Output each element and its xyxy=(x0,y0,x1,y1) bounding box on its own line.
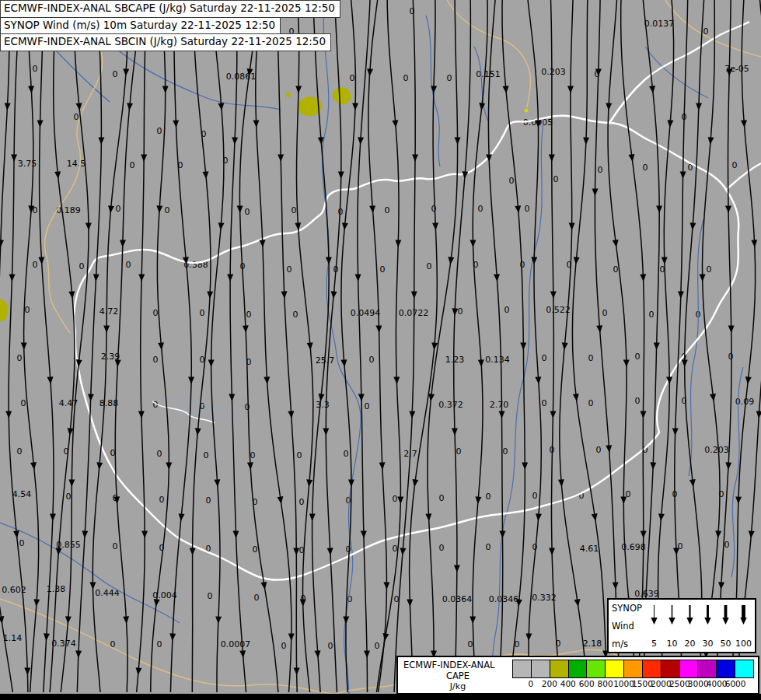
cape-tick-label: 4000 xyxy=(707,679,728,688)
station-value: 0.0722 xyxy=(399,308,429,318)
station-value: 1.38 xyxy=(47,584,66,594)
cape-color-cell xyxy=(513,660,532,677)
station-value: 0 xyxy=(79,261,85,271)
wind-speed-label: 100 xyxy=(735,639,752,649)
station-value: 1.23 xyxy=(445,355,465,365)
station-value: 0 xyxy=(380,264,386,275)
station-value: 0 xyxy=(456,446,462,457)
station-value: 0 xyxy=(427,261,432,271)
title-block: ECMWF-INDEX-ANAL SBCAPE (J/kg) Saturday … xyxy=(0,0,340,51)
station-value: 0.0364 xyxy=(442,594,473,604)
station-value: 0 xyxy=(240,261,246,271)
station-value: 0.602 xyxy=(2,585,26,595)
station-value: 0 xyxy=(365,401,370,411)
wind-arrow-head-icon xyxy=(704,618,710,625)
station-value: 0.0861 xyxy=(226,72,257,82)
station-value: 0 xyxy=(206,495,211,506)
station-value: 0 xyxy=(643,163,648,173)
cape-color-cell xyxy=(643,660,662,677)
station-value: 0 xyxy=(159,543,165,553)
station-value: 0 xyxy=(579,491,585,501)
station-value: 0 xyxy=(393,494,398,504)
cape-tick-label: 400 xyxy=(560,679,576,688)
cape-colorbar-ticks: 0200400600800100015002000250030004000600… xyxy=(512,678,754,691)
station-value: 0 xyxy=(153,400,159,410)
station-value: 0.698 xyxy=(621,542,646,552)
station-value: 0 xyxy=(696,310,701,320)
station-value: 0 xyxy=(410,6,415,16)
station-value: 0 xyxy=(291,205,297,215)
wind-legend-source: SYNOP xyxy=(612,603,645,614)
station-value: 0 xyxy=(157,449,162,459)
station-value: 0 xyxy=(394,594,400,604)
station-value: 0 xyxy=(504,305,510,315)
station-value: 0 xyxy=(178,160,183,170)
wind-speed-label: 20 xyxy=(681,639,699,649)
station-value: 0 xyxy=(206,544,211,554)
station-value: 0 xyxy=(635,396,641,406)
station-value: 0.522 xyxy=(546,305,571,315)
wind-speed-label: 50 xyxy=(717,639,735,649)
weather-map-stage: 0000000000000000000000000000000000000000… xyxy=(0,0,761,700)
station-value: 0 xyxy=(588,398,594,408)
cape-tick-label: 800 xyxy=(598,679,613,688)
station-value: 0 xyxy=(33,205,38,215)
cape-color-cell xyxy=(735,660,753,677)
station-value: 0 xyxy=(208,591,213,601)
station-value: 0 xyxy=(596,445,602,455)
station-value: 0 xyxy=(223,156,229,166)
station-value: 0 xyxy=(520,260,525,270)
cape-colorbar xyxy=(512,660,754,678)
station-value: 0 xyxy=(509,176,515,186)
station-value: 0 xyxy=(375,641,380,651)
station-value: 25.7 xyxy=(316,355,335,366)
station-value: 4.61 xyxy=(580,544,599,554)
wind-legend: SYNOP Wind m/s 510203050100 xyxy=(607,598,756,653)
station-value: 0 xyxy=(200,401,205,411)
wind-legend-labels: SYNOP Wind m/s xyxy=(612,603,645,649)
station-value: 0.0905 xyxy=(523,117,553,128)
station-value: 0 xyxy=(200,308,205,318)
station-value: 2.39 xyxy=(101,352,120,362)
wind-legend-param: Wind xyxy=(612,621,645,632)
station-value: 0 xyxy=(468,639,473,649)
station-value: 0 xyxy=(66,492,72,502)
station-value: 0.639 xyxy=(634,589,659,599)
station-value: 0 xyxy=(113,493,118,503)
wind-arrow-head-icon xyxy=(686,618,693,625)
cape-color-cell xyxy=(624,660,643,677)
bottom-border-bar xyxy=(0,694,761,700)
station-value: 0.09 xyxy=(735,397,755,407)
cape-legend-scale: 0200400600800100015002000250030004000600… xyxy=(512,659,754,692)
station-value: 0 xyxy=(525,204,530,214)
station-value: 4.47 xyxy=(59,398,79,408)
station-value: 0 xyxy=(246,310,252,320)
wind-speed-label: 30 xyxy=(699,639,717,649)
cape-color-cell xyxy=(550,660,569,677)
station-value: 0 xyxy=(707,264,712,275)
station-value: 0 xyxy=(110,639,116,649)
station-value: 0 xyxy=(486,492,491,502)
cape-color-cell xyxy=(717,660,735,677)
station-value: 0 xyxy=(33,64,38,74)
station-value: 0 xyxy=(200,355,205,365)
cape-tick-label: 0 xyxy=(529,679,534,688)
title-line-wind: SYNOP Wind (m/s) 10m Saturday 22-11-2025… xyxy=(0,17,281,35)
cape-tick-label: 1000 xyxy=(613,679,634,688)
station-value: 0 xyxy=(347,594,353,604)
station-value: 0 xyxy=(588,353,594,363)
station-value: 4.54 xyxy=(12,489,32,499)
cape-color-cell xyxy=(569,660,588,677)
station-value: 0 xyxy=(287,264,292,275)
station-value: 0 xyxy=(643,445,648,455)
station-value: 0 xyxy=(532,491,538,501)
cape-color-cell xyxy=(606,660,624,677)
wind-speed-label: 5 xyxy=(645,639,663,649)
station-value: 0 xyxy=(682,352,687,362)
station-values-layer: 0000000000000000000000000000000000000000… xyxy=(0,0,761,700)
station-value: 0 xyxy=(567,260,572,270)
wind-arrow-head-icon xyxy=(668,618,675,625)
station-value: 0 xyxy=(672,489,678,499)
station-value: 0 xyxy=(447,73,452,83)
station-value: 0.0494 xyxy=(351,308,381,318)
